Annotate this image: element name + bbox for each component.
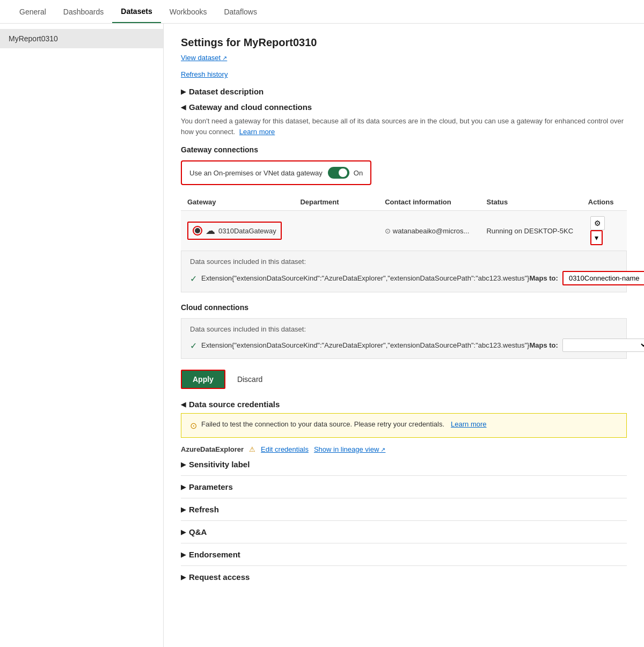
refresh-arrow: ▶ (181, 506, 186, 513)
action-buttons: Apply Discard (181, 370, 627, 389)
ds-check-icon: ✓ (190, 274, 197, 284)
cloud-ds-extension-text: Extension{"extensionDataSourceKind":"Azu… (201, 340, 529, 351)
gateway-section-label: Gateway and cloud connections (189, 102, 312, 112)
cloud-ds-maps-container: Maps to: (529, 339, 644, 352)
refresh-history-link[interactable]: Refresh history (181, 70, 627, 78)
credentials-warning-icon: ⚠ (249, 445, 255, 453)
gateway-learn-more-link[interactable]: Learn more (239, 128, 275, 136)
request-access-section[interactable]: ▶ Request access (181, 572, 627, 582)
edit-credentials-link[interactable]: Edit credentials (261, 445, 309, 453)
apply-button[interactable]: Apply (181, 370, 225, 389)
toggle-container: Use an On-premises or VNet data gateway … (181, 160, 371, 185)
endorsement-arrow: ▶ (181, 551, 186, 558)
layout: MyReport0310 Settings for MyReport0310 V… (0, 24, 644, 647)
qa-label: Q&A (189, 527, 207, 536)
main-content: Settings for MyReport0310 View dataset R… (164, 24, 644, 647)
cloud-data-sources-box: Data sources included in this dataset: ✓… (181, 318, 627, 359)
gateway-table-wrapper: Gateway Department Contact information S… (181, 194, 627, 251)
gateway-name-cell: ☁ 0310DataGateway (181, 211, 294, 251)
table-row: ☁ 0310DataGateway ⊙ watanabeaiko@micros.… (181, 211, 627, 251)
gateway-dept-cell (294, 211, 378, 251)
gateway-arrow: ◀ (181, 104, 186, 111)
dataset-description-label: Dataset description (189, 87, 264, 96)
col-status: Status (480, 194, 581, 211)
top-nav: General Dashboards Datasets Workbooks Da… (0, 0, 644, 24)
endorsement-section[interactable]: ▶ Endorsement (181, 550, 627, 559)
gateway-description: You don't need a gateway for this datase… (181, 116, 627, 137)
sensitivity-label: Sensitivity label (189, 460, 250, 469)
nav-general[interactable]: General (11, 1, 55, 23)
parameters-section[interactable]: ▶ Parameters (181, 482, 627, 491)
gateway-data-sources-box: Data sources included in this dataset: ✓… (181, 251, 627, 292)
credentials-name: AzureDataExplorer (181, 445, 244, 453)
ds-connection-select[interactable]: 0310Connection-name (562, 271, 644, 285)
gateway-row-name: 0310DataGateway (218, 227, 276, 235)
dataset-description-arrow: ▶ (181, 88, 186, 95)
gateway-table: Gateway Department Contact information S… (181, 194, 627, 251)
status-running: Running on DESKTOP-5KC (486, 227, 573, 235)
cloud-ds-connection-select[interactable] (562, 339, 644, 352)
warning-box: ⊙ Failed to test the connection to your … (181, 413, 627, 438)
col-gateway: Gateway (181, 194, 294, 211)
sidebar: MyReport0310 (0, 24, 164, 647)
discard-button[interactable]: Discard (231, 371, 269, 388)
gateway-contact-cell: ⊙ watanabeaiko@micros... (378, 211, 480, 251)
status-icon: ⊙ (385, 227, 391, 235)
gateway-connections-title: Gateway connections (181, 145, 627, 154)
show-lineage-link[interactable]: Show in lineage view (314, 445, 385, 453)
nav-datasets[interactable]: Datasets (112, 1, 160, 23)
credentials-label: Data source credentials (189, 400, 280, 409)
parameters-arrow: ▶ (181, 483, 186, 491)
cloud-connections-title: Cloud connections (181, 303, 627, 312)
credentials-row: AzureDataExplorer ⚠ Edit credentials Sho… (181, 445, 627, 453)
chevron-down-button[interactable]: ▾ (590, 230, 603, 245)
warning-icon: ⊙ (190, 421, 197, 431)
endorsement-label: Endorsement (189, 550, 240, 559)
qa-section[interactable]: ▶ Q&A (181, 527, 627, 536)
warning-learn-more-link[interactable]: Learn more (451, 420, 486, 428)
col-actions: Actions (582, 194, 627, 211)
request-access-arrow: ▶ (181, 574, 186, 581)
ds-row-cloud: ✓ Extension{"extensionDataSourceKind":"A… (190, 339, 618, 352)
col-contact: Contact information (378, 194, 480, 211)
settings-button[interactable]: ⚙ (590, 216, 605, 230)
cloud-data-sources-title: Data sources included in this dataset: (190, 325, 618, 333)
gateway-status-cell: Running on DESKTOP-5KC (480, 211, 581, 251)
request-access-label: Request access (189, 572, 250, 582)
ds-maps-label: Maps to: (529, 274, 558, 282)
ds-extension-text: Extension{"extensionDataSourceKind":"Azu… (201, 273, 529, 284)
refresh-section[interactable]: ▶ Refresh (181, 505, 627, 514)
cloud-ds-maps-label: Maps to: (529, 341, 558, 349)
warning-text: Failed to test the connection to your da… (201, 420, 444, 428)
ds-row-gateway: ✓ Extension{"extensionDataSourceKind":"A… (190, 271, 618, 285)
credentials-arrow: ◀ (181, 401, 186, 408)
cloud-connections-section: Cloud connections Data sources included … (181, 303, 627, 359)
toggle-label: Use an On-premises or VNet data gateway (189, 169, 323, 177)
parameters-label: Parameters (189, 482, 233, 491)
nav-dataflows[interactable]: Dataflows (215, 1, 265, 23)
sensitivity-arrow: ▶ (181, 461, 186, 468)
gateway-radio[interactable] (193, 226, 202, 236)
data-sources-title: Data sources included in this dataset: (190, 258, 618, 266)
view-dataset-link[interactable]: View dataset (181, 54, 227, 62)
page-title: Settings for MyReport0310 (181, 36, 627, 49)
gateway-toggle[interactable] (328, 167, 349, 179)
sidebar-item-myreport[interactable]: MyReport0310 (0, 29, 163, 48)
cloud-ds-check-icon: ✓ (190, 341, 197, 351)
sensitivity-label-section[interactable]: ▶ Sensitivity label (181, 460, 627, 469)
refresh-label: Refresh (189, 505, 219, 514)
data-source-credentials-header[interactable]: ◀ Data source credentials (181, 400, 627, 409)
gateway-contact: watanabeaiko@micros... (393, 227, 470, 235)
gateway-section-header[interactable]: ◀ Gateway and cloud connections (181, 102, 627, 112)
cloud-icon: ☁ (206, 225, 215, 237)
gateway-actions-cell: ⚙ ▾ (582, 211, 627, 251)
ds-maps-container: Maps to: 0310Connection-name (529, 271, 644, 285)
toggle-state: On (354, 169, 363, 177)
dataset-description-header[interactable]: ▶ Dataset description (181, 87, 627, 96)
nav-dashboards[interactable]: Dashboards (55, 1, 113, 23)
nav-workbooks[interactable]: Workbooks (161, 1, 216, 23)
col-department: Department (294, 194, 378, 211)
qa-arrow: ▶ (181, 528, 186, 536)
